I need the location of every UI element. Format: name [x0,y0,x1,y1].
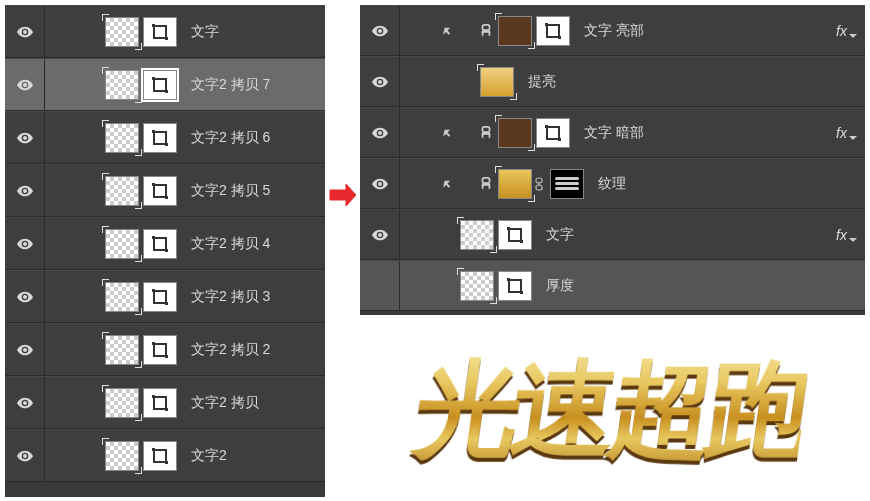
layer-row[interactable]: 文字2 拷贝 6 [5,111,325,164]
eye-icon [372,74,388,90]
visibility-toggle[interactable] [5,218,45,269]
smart-object-badge[interactable] [498,220,532,250]
layer-row[interactable]: 文字 亮部 fx [360,5,865,56]
layer-row[interactable]: 文字2 拷贝 2 [5,323,325,376]
layer-label[interactable]: 文字2 拷贝 6 [191,129,325,147]
layer-row[interactable]: 提亮 [360,56,865,107]
layer-thumbnail[interactable] [105,282,139,312]
eye-icon [17,130,33,146]
layer-label[interactable]: 厚度 [546,277,865,295]
link-icon [480,126,492,140]
visibility-toggle[interactable] [5,324,45,375]
layer-thumbnail[interactable] [460,271,494,301]
layer-label[interactable]: 文字2 拷贝 5 [191,182,325,200]
smart-object-badge[interactable] [143,441,177,471]
chevron-down-icon [849,129,857,137]
visibility-toggle[interactable] [360,210,400,259]
eye-icon [17,448,33,464]
layer-thumbnail[interactable] [105,123,139,153]
visibility-toggle[interactable] [5,59,45,110]
chevron-down-icon [849,27,857,35]
layer-label[interactable]: 文字2 拷贝 7 [191,76,325,94]
fx-badge[interactable]: fx [836,125,857,141]
layer-mask-thumbnail[interactable] [550,169,584,199]
indent-spacer [400,261,460,310]
eye-icon [372,23,388,39]
layer-row[interactable]: 文字2 拷贝 4 [5,217,325,270]
smart-object-badge[interactable] [498,271,532,301]
arrow-icon [328,180,358,210]
visibility-toggle[interactable] [5,430,45,481]
layer-label[interactable]: 文字 [546,226,836,244]
layer-label[interactable]: 文字 亮部 [584,22,836,40]
layer-row[interactable]: 文字2 拷贝 5 [5,164,325,217]
smart-object-badge[interactable] [143,229,177,259]
fx-badge[interactable]: fx [836,227,857,243]
visibility-toggle[interactable] [5,271,45,322]
smart-object-badge[interactable] [143,335,177,365]
layer-label[interactable]: 提亮 [528,73,865,91]
layer-thumbnail[interactable] [480,67,514,97]
smart-object-badge[interactable] [143,17,177,47]
layer-thumbnail[interactable] [105,17,139,47]
layer-label[interactable]: 文字2 拷贝 [191,394,325,412]
layer-thumbnail[interactable] [498,16,532,46]
layer-row[interactable]: 文字2 拷贝 7 [5,58,325,111]
visibility-toggle[interactable] [5,112,45,163]
layer-thumbnail[interactable] [105,229,139,259]
indent-spacer [45,430,105,481]
eye-icon [17,77,33,93]
link-icon [480,24,492,38]
visibility-toggle[interactable] [360,159,400,208]
smart-object-badge[interactable] [143,388,177,418]
layer-thumbnail[interactable] [498,169,532,199]
visibility-toggle[interactable] [360,261,400,310]
clip-arrow-icon [440,178,452,190]
layer-row[interactable]: 文字2 拷贝 3 [5,270,325,323]
smart-object-badge[interactable] [143,70,177,100]
layer-row[interactable]: 纹理 [360,158,865,209]
layer-row[interactable]: 文字 暗部 fx [360,107,865,158]
smart-object-badge[interactable] [536,118,570,148]
layer-thumbnail[interactable] [460,220,494,250]
layer-row[interactable]: 文字 [5,5,325,58]
layer-label[interactable]: 文字2 [191,447,325,465]
layer-row[interactable]: 文字2 [5,429,325,482]
eye-icon [17,183,33,199]
smart-object-badge[interactable] [143,282,177,312]
layer-thumbnail[interactable] [105,70,139,100]
layer-thumbnail[interactable] [498,118,532,148]
indent-spacer [45,218,105,269]
eye-icon [372,176,388,192]
layer-thumbnail[interactable] [105,176,139,206]
layer-label[interactable]: 文字 [191,23,325,41]
layer-label[interactable]: 文字2 拷贝 4 [191,235,325,253]
layer-thumbnail[interactable] [105,335,139,365]
visibility-toggle[interactable] [360,57,400,106]
layer-label[interactable]: 文字2 拷贝 2 [191,341,325,359]
visibility-toggle[interactable] [5,6,45,57]
layer-thumbnail[interactable] [105,441,139,471]
smart-object-badge[interactable] [143,176,177,206]
smart-object-badge[interactable] [143,123,177,153]
link-icon [480,177,492,191]
layer-row[interactable]: 厚度 [360,260,865,311]
eye-icon [17,24,33,40]
layer-label[interactable]: 文字2 拷贝 3 [191,288,325,306]
indent-spacer [400,159,480,208]
gold-text-render: 光速超跑 [406,340,814,481]
visibility-toggle[interactable] [5,165,45,216]
fx-badge[interactable]: fx [836,23,857,39]
layer-row[interactable]: 文字2 拷贝 [5,376,325,429]
visibility-toggle[interactable] [360,6,400,55]
visibility-toggle[interactable] [360,108,400,157]
smart-object-badge[interactable] [536,16,570,46]
layer-label[interactable]: 文字 暗部 [584,124,836,142]
layer-label[interactable]: 纹理 [598,175,865,193]
indent-spacer [45,324,105,375]
layer-thumbnail[interactable] [105,388,139,418]
visibility-toggle[interactable] [5,377,45,428]
indent-spacer [45,59,105,110]
layer-row[interactable]: 文字 fx [360,209,865,260]
indent-spacer [400,210,460,259]
